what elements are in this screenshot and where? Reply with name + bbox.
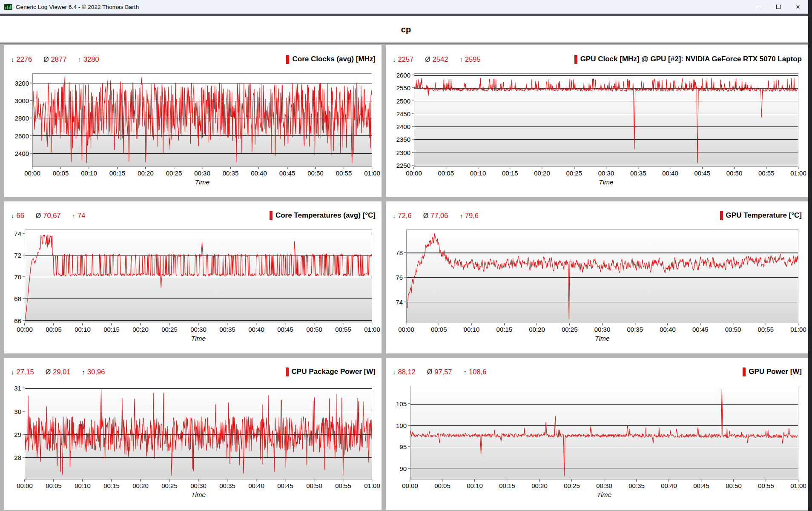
down-arrow-icon: ↓ — [11, 368, 14, 376]
x-tick-label: 00:20 — [531, 479, 548, 489]
plot-row: 7472706866 — [9, 230, 376, 323]
stat-avg-value: 77,06 — [430, 212, 448, 220]
maximize-button[interactable] — [769, 0, 788, 14]
stat-max: ↑ 108,6 — [464, 368, 487, 376]
y-tick-label: 2450 — [396, 110, 414, 117]
average-icon: Ø — [423, 212, 428, 220]
x-axis: 00:0000:0500:1000:1500:2000:2500:3000:35… — [25, 323, 372, 334]
stat-min-value: 72,6 — [398, 212, 412, 220]
page-header: cp — [0, 16, 812, 43]
x-axis: 00:0000:0500:1000:1500:2000:2500:3000:35… — [25, 479, 372, 491]
minimize-button[interactable] — [749, 0, 769, 14]
x-axis-row: 00:0000:0500:1000:1500:2000:2500:3000:35… — [9, 479, 376, 491]
x-tick-label: 00:45 — [694, 167, 710, 177]
chart-stats: ↓ 88,12 Ø 97,57 ↑ 108,6 — [393, 368, 498, 376]
chart-header: ↓ 27,15 Ø 29,01 ↑ 30,96 CPU Package Powe… — [9, 365, 376, 379]
chart-title-text: GPU Power [W] — [749, 367, 802, 376]
stat-min: ↓ 2276 — [11, 55, 32, 63]
plot-area[interactable] — [25, 386, 372, 479]
stat-max-value: 79,6 — [465, 212, 479, 220]
stat-max: ↑ 30,96 — [82, 368, 105, 376]
y-tick-label: 76 — [396, 274, 406, 281]
stat-min-value: 88,12 — [398, 368, 416, 376]
x-tick-label: 00:05 — [434, 479, 450, 489]
stat-min: ↓ 88,12 — [393, 368, 416, 376]
chart-canvas — [25, 386, 372, 479]
y-tick-label: 105 — [396, 400, 410, 408]
plot-area[interactable] — [410, 386, 798, 479]
x-tick-label: 00:10 — [464, 323, 480, 333]
chart-stats: ↓ 2257 Ø 2542 ↑ 2595 — [393, 55, 492, 63]
x-axis-row: 00:0000:0500:1000:1500:2000:2500:3000:35… — [390, 323, 803, 334]
x-tick-label: 00:25 — [566, 167, 582, 177]
plot-row: 787674 — [390, 230, 803, 323]
y-tick-label: 2550 — [396, 84, 414, 92]
chart-panel-cpu-package-power: ↓ 27,15 Ø 29,01 ↑ 30,96 CPU Package Powe… — [4, 358, 382, 510]
x-tick-label: 00:55 — [335, 479, 351, 489]
x-tick-label: 00:15 — [103, 479, 120, 489]
stat-min-value: 2276 — [17, 55, 32, 63]
chart-title: Core Clocks (avg) [MHz] — [286, 55, 376, 64]
time-axis-label: Time — [195, 178, 209, 186]
stat-avg: Ø 77,06 — [423, 212, 448, 220]
chart-title-text: GPU Clock [MHz] @ GPU [#2]: NVIDIA GeFor… — [580, 55, 802, 63]
average-icon: Ø — [427, 368, 432, 376]
y-axis: 7472706866 — [9, 230, 25, 323]
x-tick-label: 00:25 — [562, 323, 578, 333]
x-tick-label: 00:30 — [598, 167, 614, 177]
plot-row: 32003000280026002400 — [9, 73, 376, 167]
time-axis-label: Time — [191, 491, 206, 498]
workspace: ↓ 2276 Ø 2877 ↑ 3280 Core Clocks (avg) [… — [0, 43, 812, 510]
x-tick-label: 00:25 — [161, 479, 178, 489]
chart-panel-core-temperatures: ↓ 66 Ø 70,67 ↑ 74 Core Temperatures (avg… — [4, 201, 382, 353]
x-axis-row: 00:0000:0500:1000:1500:2000:2500:3000:35… — [9, 323, 376, 334]
plot-area[interactable] — [406, 230, 798, 323]
chart-panel-gpu-power: ↓ 88,12 Ø 97,57 ↑ 108,6 GPU Power [W] 10… — [386, 358, 808, 510]
x-tick-label: 00:50 — [306, 479, 322, 489]
chart-stats: ↓ 27,15 Ø 29,01 ↑ 30,96 — [11, 368, 116, 376]
y-tick-label: 2400 — [15, 149, 32, 157]
window-titlebar[interactable]: Generic Log Viewer 6.4 - © 2022 Thomas B… — [0, 0, 812, 14]
stat-avg: Ø 2542 — [425, 55, 448, 63]
x-tick-label: 00:45 — [693, 479, 709, 489]
plot-area[interactable] — [32, 73, 372, 167]
y-tick-label: 70 — [14, 273, 25, 281]
time-row: Time — [390, 178, 803, 186]
x-tick-label: 00:40 — [248, 323, 264, 333]
chart-canvas — [33, 74, 372, 167]
close-button[interactable]: ✕ — [788, 0, 808, 14]
plot-area[interactable] — [25, 230, 372, 323]
up-arrow-icon: ↑ — [464, 368, 467, 376]
x-axis-row: 00:0000:0500:1000:1500:2000:2500:3000:35… — [390, 479, 803, 491]
x-tick-label: 01:00 — [364, 323, 380, 333]
x-tick-label: 00:10 — [75, 479, 91, 489]
chart-title-text: Core Clocks (avg) [MHz] — [292, 55, 376, 63]
chart-panel-gpu-temperature: ↓ 72,6 Ø 77,06 ↑ 79,6 GPU Temperature [°… — [386, 201, 808, 353]
x-tick-label: 00:35 — [628, 479, 645, 489]
time-axis-label: Time — [597, 491, 611, 498]
chart-canvas — [407, 230, 798, 323]
y-tick-label: 2500 — [396, 97, 414, 104]
time-axis-label: Time — [595, 335, 609, 342]
down-arrow-icon: ↓ — [393, 368, 396, 376]
x-tick-label: 00:25 — [166, 167, 182, 177]
y-tick-label: 2400 — [396, 123, 414, 130]
app-icon — [4, 4, 12, 10]
up-arrow-icon: ↑ — [72, 212, 76, 219]
x-tick-label: 00:05 — [46, 323, 62, 333]
x-tick-label: 00:40 — [661, 479, 677, 489]
x-tick-label: 00:20 — [534, 167, 550, 177]
x-axis-row: 00:0000:0500:1000:1500:2000:2500:3000:35… — [9, 167, 376, 178]
plot-area[interactable] — [414, 73, 798, 167]
x-tick-label: 00:10 — [467, 479, 483, 489]
stat-max-value: 30,96 — [87, 368, 105, 376]
x-tick-label: 00:05 — [438, 167, 454, 177]
stat-max-value: 2595 — [465, 55, 481, 63]
legend-color-icon — [574, 55, 577, 64]
stat-max: ↑ 79,6 — [459, 212, 479, 220]
x-tick-label: 00:50 — [306, 323, 322, 333]
y-tick-label: 30 — [14, 408, 25, 415]
x-tick-label: 00:00 — [24, 167, 40, 177]
y-tick-label: 78 — [396, 249, 406, 256]
down-arrow-icon: ↓ — [393, 56, 396, 63]
